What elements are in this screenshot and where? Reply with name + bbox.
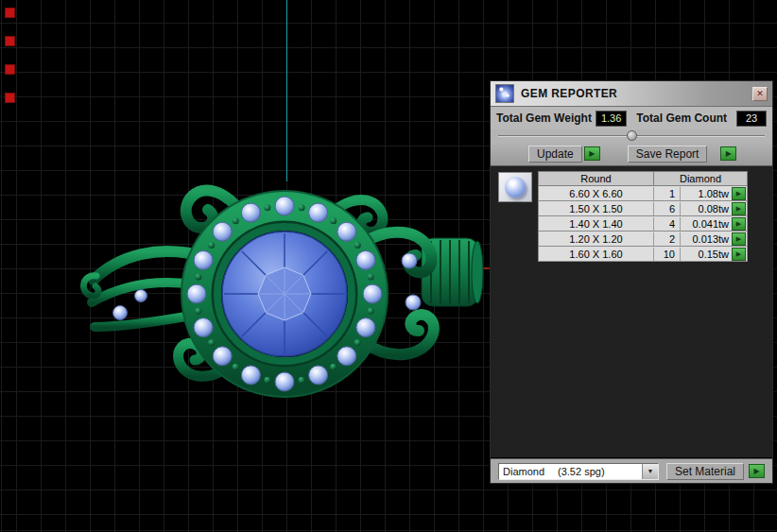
gem-size: 1.50 X 1.50	[539, 202, 654, 215]
gem-thumbnail[interactable]	[498, 172, 532, 202]
gem-size: 1.20 X 1.20	[539, 232, 654, 246]
cad-viewport[interactable]: GEM REPORTER ✕ Total Gem Weight 1.36 Tot…	[0, 0, 777, 532]
gem-count: 2	[654, 232, 681, 246]
gem-weight: 0.15tw	[681, 248, 732, 261]
total-weight-value: 1.36	[596, 111, 627, 127]
row-select-button[interactable]: ▶	[732, 248, 746, 261]
gem-table-header: Round Diamond	[538, 171, 748, 186]
gem-count: 6	[654, 202, 681, 215]
material-row: Diamond (3.52 spg) ▼ Set Material ▶	[491, 458, 772, 483]
gem-size: 6.60 X 6.60	[539, 187, 654, 200]
gem-size: 1.40 X 1.40	[539, 217, 654, 231]
update-arrow-button[interactable]: ▶	[584, 146, 600, 161]
panel-title: GEM REPORTER	[521, 87, 617, 100]
row-select-button[interactable]: ▶	[732, 232, 746, 246]
table-row[interactable]: 1.50 X 1.50 6 0.08tw ▶	[538, 201, 748, 216]
material-dropdown-value: Diamond	[503, 466, 544, 477]
total-weight-label: Total Gem Weight	[496, 112, 592, 125]
gem-count: 4	[654, 217, 681, 231]
row-select-button[interactable]: ▶	[732, 217, 746, 231]
gem-reporter-icon	[495, 84, 514, 103]
row-select-button[interactable]: ▶	[732, 202, 746, 215]
gem-weight: 1.08tw	[681, 187, 732, 200]
slider-thumb[interactable]	[627, 130, 637, 141]
table-row[interactable]: 6.60 X 6.60 1 1.08tw ▶	[538, 186, 748, 201]
totals-row: Total Gem Weight 1.36 Total Gem Count 23	[491, 107, 772, 129]
save-report-button[interactable]: Save Report	[628, 146, 708, 163]
update-button[interactable]: Update	[528, 146, 582, 163]
close-button[interactable]: ✕	[752, 87, 768, 101]
center-gem	[217, 227, 352, 361]
column-shape: Round	[539, 172, 654, 185]
gem-weight: 0.013tw	[681, 232, 732, 246]
total-count-value: 23	[736, 111, 767, 127]
gem-table: Round Diamond 6.60 X 6.60 1 1.08tw ▶ 1.5…	[538, 171, 748, 262]
gem-weight: 0.041tw	[681, 217, 732, 231]
set-material-button[interactable]: Set Material	[666, 463, 744, 480]
gem-count: 1	[654, 187, 681, 200]
table-row[interactable]: 1.40 X 1.40 4 0.041tw ▶	[538, 216, 748, 232]
panel-titlebar[interactable]: GEM REPORTER ✕	[491, 81, 772, 107]
gem-thumbnail-image	[505, 177, 526, 197]
table-row[interactable]: 1.20 X 1.20 2 0.013tw ▶	[538, 232, 748, 247]
gem-count: 10	[654, 248, 681, 261]
material-dropdown[interactable]: Diamond (3.52 spg) ▼	[498, 463, 659, 480]
actions-row: Update ▶ Save Report ▶	[491, 142, 772, 166]
panel-body: Round Diamond 6.60 X 6.60 1 1.08tw ▶ 1.5…	[491, 166, 772, 458]
material-dropdown-detail: (3.52 spg)	[558, 466, 605, 477]
total-count-label: Total Gem Count	[636, 112, 727, 125]
dropdown-arrow-button[interactable]: ▼	[642, 464, 658, 479]
row-select-button[interactable]: ▶	[732, 187, 746, 200]
report-slider	[491, 129, 772, 142]
set-material-arrow-button[interactable]: ▶	[749, 464, 765, 478]
gem-reporter-panel: GEM REPORTER ✕ Total Gem Weight 1.36 Tot…	[490, 80, 773, 484]
gem-weight: 0.08tw	[681, 202, 732, 215]
table-row[interactable]: 1.60 X 1.60 10 0.15tw ▶	[538, 247, 748, 262]
column-material: Diamond	[654, 172, 747, 185]
save-report-arrow-button[interactable]: ▶	[720, 146, 736, 161]
gem-size: 1.60 X 1.60	[539, 248, 654, 261]
